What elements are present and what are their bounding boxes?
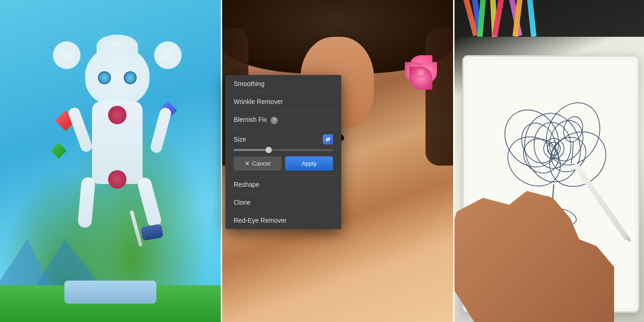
char-boot-right: [141, 224, 164, 241]
action-buttons: ✕ Cancel Apply: [234, 156, 333, 171]
wrinkle-remover-label: Wrinkle Remover: [234, 98, 283, 105]
apply-button[interactable]: Apply: [285, 156, 333, 171]
hair-side-right: [426, 28, 453, 166]
rose-center: [416, 69, 426, 78]
char-head: [85, 46, 150, 106]
char-boot-left: [74, 221, 94, 235]
slider-thumb[interactable]: [265, 147, 272, 153]
char-leg-right: [136, 176, 162, 229]
main-layout: Smoothing Wrinkle Remover Blemish Fix ? …: [0, 0, 644, 322]
size-label: Size: [234, 136, 246, 143]
divider-right: [453, 0, 454, 322]
slider-track: [234, 149, 333, 151]
cancel-label: Cancel: [252, 160, 270, 167]
pencil-8: [523, 0, 537, 37]
cancel-x-icon: ✕: [245, 160, 250, 167]
svg-point-8: [515, 117, 562, 168]
reshape-label: Reshape: [234, 181, 259, 188]
anime-character: [48, 37, 186, 322]
menu-item-blemish-fix[interactable]: Blemish Fix ?: [225, 111, 341, 130]
char-eye-left: [98, 71, 111, 84]
left-panel: [0, 0, 221, 322]
char-stylus: [130, 210, 143, 247]
size-slider[interactable]: [234, 149, 333, 151]
slider-fill: [234, 149, 269, 151]
rose-decoration: [402, 55, 439, 92]
blemish-fix-label: Blemish Fix ?: [234, 116, 278, 124]
menu-item-wrinkle-remover[interactable]: Wrinkle Remover: [225, 93, 341, 111]
right-panel: [453, 0, 644, 322]
divider-left: [221, 0, 222, 322]
link-icon-svg: [325, 137, 331, 142]
menu-item-smoothing[interactable]: Smoothing: [225, 75, 341, 93]
pencils-container: [453, 0, 644, 37]
menu-item-clone[interactable]: Clone: [225, 194, 341, 212]
svg-point-4: [498, 127, 570, 196]
char-ear-left: [53, 41, 80, 69]
gem-green: [51, 143, 67, 159]
char-eye-right: [124, 71, 137, 84]
blemish-info-icon[interactable]: ?: [270, 117, 278, 124]
menu-item-red-eye[interactable]: Red-Eye Remover: [225, 212, 341, 229]
menu-item-reshape[interactable]: Reshape: [225, 176, 341, 194]
pencil-3: [477, 0, 490, 37]
char-arm-right: [150, 107, 172, 154]
cancel-button[interactable]: ✕ Cancel: [234, 156, 282, 171]
size-section: Size ✕ Cancel: [225, 130, 341, 176]
char-ear-right: [154, 41, 182, 69]
char-chest-detail: [108, 106, 126, 124]
svg-point-2: [539, 121, 617, 198]
char-body-detail: [108, 170, 126, 189]
smoothing-label: Smoothing: [234, 80, 264, 87]
char-arm-left: [67, 106, 94, 154]
tools-dropdown-menu: Smoothing Wrinkle Remover Blemish Fix ? …: [225, 75, 341, 229]
red-eye-label: Red-Eye Remover: [234, 217, 287, 224]
link-icon[interactable]: [323, 134, 333, 144]
clone-label: Clone: [234, 199, 251, 206]
